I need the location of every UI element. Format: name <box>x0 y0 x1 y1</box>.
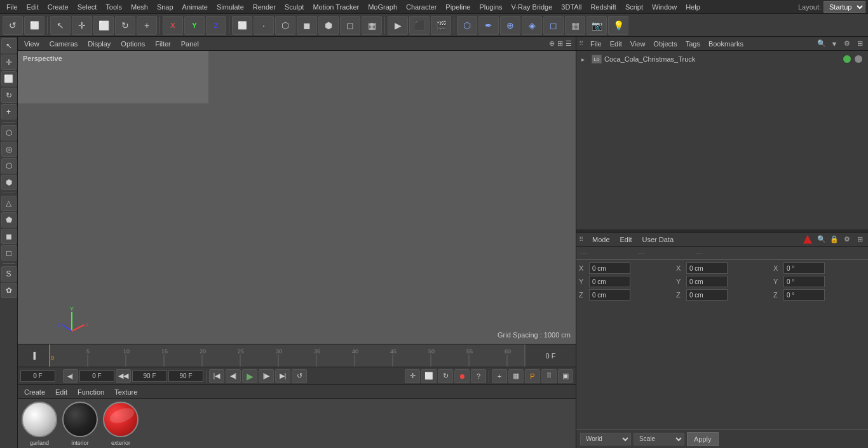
camera-btn[interactable]: 📷 <box>587 16 607 35</box>
left-tool-13[interactable]: ◻ <box>1 245 17 261</box>
menu-character[interactable]: Character <box>402 2 440 12</box>
question-btn[interactable]: ? <box>471 369 486 383</box>
scale-dropdown[interactable]: Scale <box>634 433 684 445</box>
menu-mesh[interactable]: Mesh <box>127 2 152 12</box>
deformer-btn[interactable]: ◈ <box>522 16 542 35</box>
undo-button[interactable]: ↺ <box>3 16 23 35</box>
interior-swatch[interactable] <box>62 402 98 437</box>
viewport-expand-icon[interactable]: ⊕ <box>549 39 555 48</box>
keyframe-p[interactable]: P <box>525 369 540 383</box>
menu-snap[interactable]: Snap <box>153 2 177 12</box>
mat-create-menu[interactable]: Create <box>22 388 48 397</box>
garland-swatch[interactable] <box>22 402 57 437</box>
menu-window[interactable]: Window <box>648 2 681 12</box>
menu-vray[interactable]: V-Ray Bridge <box>508 2 557 12</box>
viewport-layout-icon[interactable]: ⊞ <box>557 39 563 48</box>
move-tool[interactable]: ✛ <box>72 16 92 35</box>
obj-settings-icon[interactable]: ⚙ <box>841 38 853 50</box>
points-mode-btn[interactable]: · <box>254 16 274 35</box>
world-dropdown[interactable]: World <box>580 433 631 445</box>
menu-mograph[interactable]: MoGraph <box>364 2 401 12</box>
menu-render[interactable]: Render <box>249 2 280 12</box>
left-tool-9[interactable]: ⬢ <box>1 175 17 190</box>
play-btn[interactable]: ▶ <box>242 369 257 383</box>
scale-tool-transport[interactable]: ⬜ <box>421 369 437 383</box>
material-garland[interactable]: garland <box>22 402 57 446</box>
menu-pipeline[interactable]: Pipeline <box>442 2 474 12</box>
attr-user-data-menu[interactable]: User Data <box>639 235 678 244</box>
workplane-btn[interactable]: ▦ <box>362 16 382 35</box>
mat-function-menu[interactable]: Function <box>75 388 107 397</box>
material-exterior[interactable]: exterior <box>103 402 139 446</box>
attr-settings-icon[interactable]: ⚙ <box>841 234 853 245</box>
polygons-mode-btn[interactable]: ◼ <box>297 16 317 35</box>
preview-end-field[interactable] <box>132 370 167 382</box>
vp-view-menu[interactable]: View <box>22 39 42 48</box>
left-tool-8[interactable]: ⬡ <box>1 158 17 173</box>
menu-file[interactable]: File <box>3 2 22 12</box>
vp-display-menu[interactable]: Display <box>85 39 113 48</box>
left-tool-12[interactable]: ◼ <box>1 229 17 244</box>
go-start-btn[interactable]: |◀ <box>209 369 224 383</box>
menu-edit[interactable]: Edit <box>23 2 43 12</box>
menu-create[interactable]: Create <box>44 2 72 12</box>
size-x-field[interactable] <box>686 262 728 274</box>
prev-frame-small[interactable]: ◀| <box>63 369 78 383</box>
menu-redshift[interactable]: Redshift <box>587 2 620 12</box>
transform-tool[interactable]: + <box>137 16 157 35</box>
timeline-ruler[interactable]: 0 5 10 15 20 25 30 35 <box>50 344 525 367</box>
obj-filter-icon[interactable]: ▼ <box>829 38 840 50</box>
obj-tags-menu[interactable]: Tags <box>682 39 704 48</box>
viewport-settings-icon[interactable]: ☰ <box>566 39 572 48</box>
rotate-tool-transport[interactable]: ↻ <box>438 369 453 383</box>
keyframe-dots[interactable]: ⠿ <box>541 369 557 383</box>
step-fwd-btn[interactable]: |▶ <box>259 369 274 383</box>
attr-mode-menu[interactable]: Mode <box>588 235 614 244</box>
obj-edit-menu[interactable]: Edit <box>606 39 626 48</box>
obj-view-menu[interactable]: View <box>627 39 649 48</box>
obj-render-dot[interactable] <box>854 55 863 64</box>
obj-visibility-dot[interactable] <box>843 55 851 64</box>
left-tool-15[interactable]: ✿ <box>1 283 17 298</box>
exterior-swatch[interactable] <box>103 402 139 437</box>
scale-tool[interactable]: ⬜ <box>93 16 114 35</box>
size-z-field[interactable] <box>686 289 728 301</box>
frame-toggle[interactable]: ▣ <box>558 369 573 383</box>
rot-y-field[interactable] <box>783 276 825 287</box>
vp-options-menu[interactable]: Options <box>118 39 147 48</box>
left-tool-14[interactable]: S <box>1 266 17 282</box>
menu-plugins[interactable]: Plugins <box>475 2 506 12</box>
left-tool-11[interactable]: ⬟ <box>1 212 17 227</box>
cube-btn[interactable]: ⬡ <box>457 16 477 35</box>
left-tool-4[interactable]: ↻ <box>1 88 17 103</box>
attr-expand-icon[interactable]: ⊞ <box>854 234 865 245</box>
vp-filter-menu[interactable]: Filter <box>153 39 173 48</box>
current-frame-field[interactable] <box>79 370 114 382</box>
left-tool-6[interactable]: ⬡ <box>1 125 17 140</box>
keyframe-grid[interactable]: ▦ <box>508 369 524 383</box>
vp-panel-menu[interactable]: Panel <box>179 39 201 48</box>
left-tool-5[interactable]: + <box>1 104 17 119</box>
render-picture-btn[interactable]: 🎬 <box>431 16 451 35</box>
texture-mode-btn[interactable]: ◻ <box>340 16 360 35</box>
left-tool-10[interactable]: △ <box>1 196 17 211</box>
y-axis-btn[interactable]: Y <box>184 16 205 35</box>
step-back-btn[interactable]: ◀| <box>226 369 241 383</box>
menu-animate[interactable]: Animate <box>179 2 212 12</box>
obj-objects-menu[interactable]: Objects <box>649 39 681 48</box>
menu-motion-tracker[interactable]: Motion Tracker <box>309 2 363 12</box>
keyframe-plus[interactable]: + <box>492 369 507 383</box>
render-viewport-btn[interactable]: ▶ <box>388 16 408 35</box>
pos-y-field[interactable] <box>589 276 630 287</box>
left-tool-2[interactable]: ✛ <box>1 55 17 70</box>
go-end-btn[interactable]: ▶| <box>275 369 290 383</box>
pos-x-field[interactable] <box>589 262 630 274</box>
attr-search-icon[interactable]: 🔍 <box>816 234 827 245</box>
vp-cameras-menu[interactable]: Cameras <box>47 39 81 48</box>
prev-frame-btn[interactable]: ◀◀ <box>116 369 131 383</box>
menu-help[interactable]: Help <box>682 2 704 12</box>
material-interior[interactable]: interior <box>62 402 98 446</box>
pos-z-field[interactable] <box>589 289 630 301</box>
spline-btn[interactable]: ✒ <box>478 16 499 35</box>
layout-dropdown[interactable]: Startup <box>824 1 865 13</box>
